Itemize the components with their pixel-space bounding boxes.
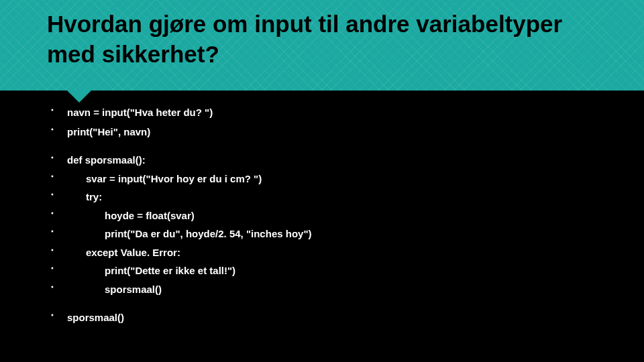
bullet-icon: ་: [47, 127, 58, 138]
bullet-icon: ་: [47, 229, 58, 240]
bullet-icon: ་: [47, 107, 58, 119]
code-line: ་ hoyde = float(svar): [47, 210, 617, 222]
bullet-icon: ་: [47, 284, 58, 296]
code-text: sporsmaal(): [67, 284, 162, 296]
bullet-icon: ་: [47, 155, 58, 166]
code-line: ་ except Value. Error:: [47, 247, 617, 259]
bullet-icon: ་: [47, 210, 58, 222]
code-line: ་ navn = input("Hva heter du? "): [47, 107, 617, 119]
bullet-icon: ་: [47, 247, 58, 259]
code-line: ་ try:: [47, 192, 617, 203]
code-text: sporsmaal(): [67, 312, 124, 324]
code-text: def sporsmaal():: [67, 155, 146, 166]
code-text: navn = input("Hva heter du? "): [67, 107, 213, 119]
bullet-icon: ་: [47, 192, 58, 203]
slide-title: Hvordan gjøre om input til andre variabe…: [47, 9, 597, 70]
code-text: print("Dette er ikke et tall!"): [67, 265, 235, 277]
code-text: hoyde = float(svar): [67, 210, 195, 222]
code-line: ་ svar = input("Hvor hoy er du i cm? "): [47, 174, 617, 185]
bullet-icon: ་: [47, 265, 58, 277]
code-text: print("Da er du", hoyde/2. 54, "inches h…: [67, 229, 312, 240]
bullet-icon: ་: [47, 312, 58, 324]
code-line: ་ sporsmaal(): [47, 312, 617, 324]
code-line: ་ def sporsmaal():: [47, 155, 617, 166]
bullet-icon: ་: [47, 174, 58, 185]
code-line: ་ print("Dette er ikke et tall!"): [47, 265, 617, 277]
slide-body: ་ navn = input("Hva heter du? ") ་ print…: [47, 107, 617, 324]
code-line: ་ print("Hei", navn): [47, 127, 617, 138]
code-text: print("Hei", navn): [67, 127, 150, 138]
code-text: svar = input("Hvor hoy er du i cm? "): [67, 174, 262, 185]
code-text: except Value. Error:: [67, 247, 180, 259]
code-line: ་ sporsmaal(): [47, 284, 617, 296]
slide-header: Hvordan gjøre om input til andre variabe…: [0, 0, 644, 90]
code-text: try:: [67, 192, 102, 203]
header-arrow-icon: [67, 90, 91, 103]
code-line: ་ print("Da er du", hoyde/2. 54, "inches…: [47, 229, 617, 240]
